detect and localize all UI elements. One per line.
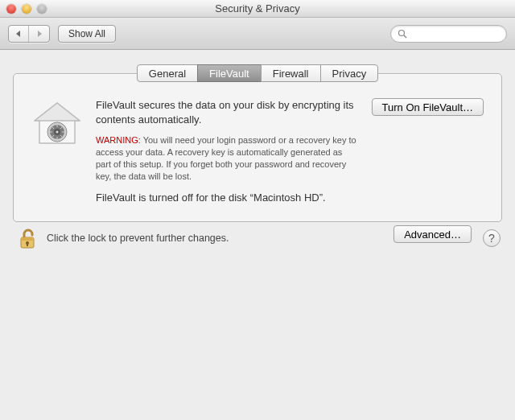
search-icon — [398, 29, 407, 39]
lock-icon[interactable] — [14, 225, 40, 251]
svg-marker-0 — [16, 31, 20, 37]
titlebar: Security & Privacy — [0, 0, 515, 18]
tab-firewall[interactable]: Firewall — [261, 64, 321, 82]
svg-rect-21 — [27, 243, 28, 246]
filevault-icon — [31, 98, 83, 204]
nav-segment — [8, 25, 50, 43]
svg-point-17 — [56, 131, 59, 134]
help-button[interactable]: ? — [483, 229, 501, 247]
turn-on-filevault-button[interactable]: Turn On FileVault… — [372, 98, 484, 116]
close-window-button[interactable] — [6, 4, 16, 14]
back-button[interactable] — [9, 26, 29, 42]
svg-line-3 — [404, 35, 406, 38]
warning-label: WARNING: — [96, 135, 141, 145]
svg-point-2 — [399, 30, 405, 35]
triangle-left-icon — [14, 30, 23, 38]
tab-panel: FileVault secures the data on your disk … — [13, 73, 502, 222]
svg-marker-1 — [38, 31, 42, 37]
tab-general[interactable]: General — [137, 64, 198, 82]
traffic-lights — [6, 4, 47, 14]
search-field[interactable] — [390, 25, 507, 43]
tab-filevault[interactable]: FileVault — [197, 64, 262, 82]
svg-rect-19 — [21, 237, 34, 241]
search-input[interactable] — [410, 27, 500, 40]
filevault-warning: WARNING: You will need your login passwo… — [96, 134, 359, 182]
toolbar: Show All — [0, 18, 515, 50]
show-all-button[interactable]: Show All — [58, 25, 116, 43]
filevault-status: FileVault is turned off for the disk “Ma… — [96, 191, 359, 204]
main-area: General FileVault Firewall Privacy — [0, 50, 515, 420]
svg-marker-5 — [35, 103, 80, 121]
forward-button[interactable] — [29, 26, 49, 42]
advanced-button[interactable]: Advanced… — [393, 225, 472, 243]
tab-privacy[interactable]: Privacy — [320, 64, 379, 82]
window-title: Security & Privacy — [0, 2, 515, 14]
tab-bar: General FileVault Firewall Privacy — [13, 64, 502, 82]
zoom-window-button[interactable] — [37, 4, 47, 14]
lock-text: Click the lock to prevent further change… — [47, 233, 387, 244]
footer: Click the lock to prevent further change… — [13, 222, 502, 251]
triangle-right-icon — [35, 30, 43, 38]
filevault-headline: FileVault secures the data on your disk … — [96, 98, 359, 126]
minimize-window-button[interactable] — [22, 4, 31, 14]
